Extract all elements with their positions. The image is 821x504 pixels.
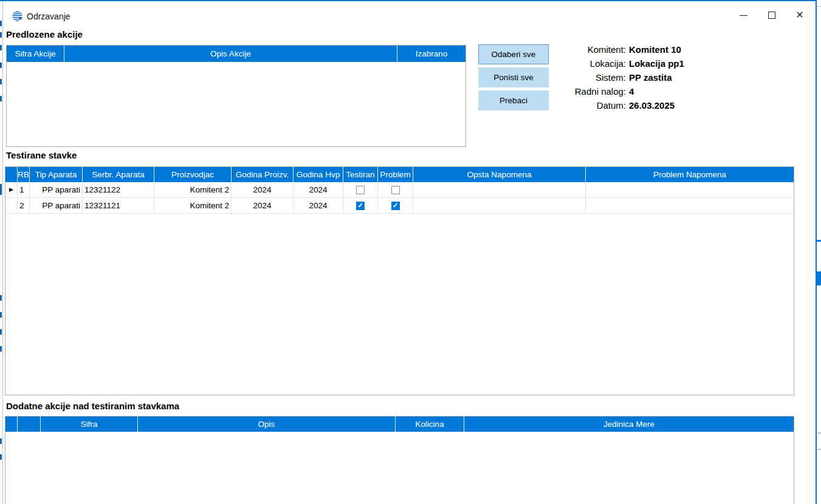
- info-datum: Datum: 26.03.2025: [523, 98, 711, 112]
- column-header-godina-hvp[interactable]: Godina Hvp: [294, 167, 343, 182]
- order-info-panel: Komitent: Komitent 10 Lokacija: Lokacija…: [523, 43, 711, 112]
- close-icon: ✕: [795, 10, 803, 20]
- column-header-godina-proizv[interactable]: Godina Proizv.: [232, 167, 294, 182]
- background-window-fragment: [817, 240, 821, 242]
- predlozene-section-title: Predlozene akcije: [6, 29, 83, 39]
- minimize-icon: [740, 15, 747, 16]
- background-window-fragment: [0, 312, 2, 318]
- cell-tip-aparata[interactable]: PP aparati: [30, 182, 83, 197]
- table-row[interactable]: ▶ 1 PP aparati 12321122 Komitent 2 2024 …: [5, 182, 794, 198]
- column-header-opis[interactable]: Opis: [138, 417, 396, 432]
- column-header-rb[interactable]: RB: [18, 167, 30, 182]
- column-header-opsta-napomena[interactable]: Opsta Napomena: [413, 167, 586, 182]
- odrzavanje-window: Odrzavanje ✕ Predlozene akcije Sifra Akc…: [0, 0, 821, 504]
- background-window-fragment: [0, 184, 2, 195]
- sistem-label: Sistem:: [523, 72, 626, 83]
- table-row[interactable]: 2 PP aparati 12321121 Komitent 2 2024 20…: [5, 198, 794, 214]
- window-border-left: [2, 1, 3, 504]
- info-radni-nalog: Radni nalog: 4: [523, 84, 711, 98]
- background-window-fragment: [0, 63, 2, 68]
- column-header-sifra[interactable]: Sifra: [41, 417, 138, 432]
- column-header-tip-aparata[interactable]: Tip Aparata: [30, 167, 83, 182]
- row-selector-cell[interactable]: ▶: [5, 182, 18, 197]
- predlozene-grid-header: Sifra Akcije Opis Akcije Izabrano: [7, 46, 465, 62]
- column-header-opis-akcije[interactable]: Opis Akcije: [64, 46, 397, 62]
- column-header-problem-napomena[interactable]: Problem Napomena: [586, 167, 794, 182]
- globe-icon: [12, 10, 23, 22]
- problem-checkbox[interactable]: ✓: [391, 202, 400, 210]
- cell-serbr-aparata[interactable]: 12321121: [83, 198, 154, 213]
- column-header-sifra-akcije[interactable]: Sifra Akcije: [7, 46, 64, 62]
- background-window-fragment: [0, 45, 2, 50]
- background-window-fragment: [0, 21, 2, 26]
- background-window-fragment: [0, 32, 2, 38]
- cell-godina-hvp[interactable]: 2024: [294, 182, 343, 197]
- background-window-fragment: [0, 329, 2, 335]
- testirane-grid[interactable]: RB Tip Aparata Serbr. Aparata Proizvodja…: [5, 166, 794, 395]
- cell-opsta-napomena[interactable]: [413, 198, 586, 213]
- background-window-fragment: [817, 449, 821, 450]
- dodatne-grid[interactable]: Sifra Opis Kolicina Jedinica Mere: [5, 416, 794, 504]
- info-komitent: Komitent: Komitent 10: [523, 43, 711, 56]
- maximize-button[interactable]: [761, 6, 782, 24]
- column-header-problem[interactable]: Problem: [378, 167, 413, 182]
- column-header-kolicina[interactable]: Kolicina: [396, 417, 464, 432]
- dodatne-grid-header: Sifra Opis Kolicina Jedinica Mere: [5, 417, 794, 432]
- cell-proizvodjac[interactable]: Komitent 2: [154, 198, 232, 213]
- radni-nalog-label: Radni nalog:: [523, 86, 626, 97]
- row-selector-cell[interactable]: [5, 198, 18, 213]
- datum-label: Datum:: [523, 100, 626, 111]
- testiran-checkbox[interactable]: ✓: [356, 202, 365, 210]
- column-header-blank: [18, 417, 41, 432]
- window-title: Odrzavanje: [27, 12, 70, 21]
- background-window-fragment: [0, 346, 2, 352]
- background-window-fragment: [0, 79, 2, 84]
- row-selector-header: [5, 167, 18, 182]
- titlebar[interactable]: Odrzavanje: [3, 1, 816, 28]
- column-header-serbr-aparata[interactable]: Serbr. Aparata: [83, 167, 154, 182]
- background-window-fragment: [0, 96, 2, 101]
- close-button[interactable]: ✕: [789, 6, 810, 24]
- column-header-testiran[interactable]: Testiran: [343, 167, 378, 182]
- cell-godina-proizv[interactable]: 2024: [232, 198, 294, 213]
- lokacija-label: Lokacija:: [523, 58, 626, 69]
- cell-tip-aparata[interactable]: PP aparati: [30, 198, 83, 213]
- background-window-fragment: [0, 295, 2, 301]
- background-window-fragment: [0, 454, 2, 460]
- maximize-icon: [768, 12, 775, 19]
- cell-opsta-napomena[interactable]: [413, 182, 586, 197]
- column-header-proizvodjac[interactable]: Proizvodjac: [154, 167, 232, 182]
- testiran-checkbox[interactable]: [356, 186, 365, 194]
- cell-godina-hvp[interactable]: 2024: [294, 198, 343, 213]
- cell-godina-proizv[interactable]: 2024: [232, 182, 294, 197]
- info-lokacija: Lokacija: Lokacija pp1: [523, 56, 711, 70]
- komitent-label: Komitent:: [523, 44, 626, 55]
- cell-rb[interactable]: 2: [18, 198, 30, 213]
- testirane-section-title: Testirane stavke: [6, 150, 77, 160]
- cell-rb[interactable]: 1: [18, 182, 30, 197]
- cell-proizvodjac[interactable]: Komitent 2: [154, 182, 232, 197]
- background-window-fragment: [0, 438, 2, 444]
- background-window-fragment: [817, 432, 821, 434]
- cell-testiran: ✓: [343, 198, 378, 213]
- background-window-fragment: [817, 271, 821, 285]
- window-border-right: [816, 0, 817, 504]
- info-sistem: Sistem: PP zastita: [523, 70, 711, 84]
- cell-problem-napomena[interactable]: [586, 198, 794, 213]
- column-header-izabrano[interactable]: Izabrano: [397, 46, 465, 62]
- column-header-jedinica-mere[interactable]: Jedinica Mere: [464, 417, 794, 432]
- cell-problem: ✓: [378, 198, 413, 213]
- current-row-arrow-icon: ▶: [9, 187, 13, 192]
- cell-serbr-aparata[interactable]: 12321122: [83, 182, 154, 197]
- radni-nalog-value: 4: [629, 86, 634, 97]
- testirane-grid-header: RB Tip Aparata Serbr. Aparata Proizvodja…: [5, 167, 794, 182]
- row-selector-header: [5, 417, 18, 432]
- sistem-value: PP zastita: [629, 72, 672, 83]
- cell-problem-napomena[interactable]: [586, 182, 794, 197]
- predlozene-grid[interactable]: Sifra Akcije Opis Akcije Izabrano: [6, 45, 466, 147]
- komitent-value: Komitent 10: [629, 44, 681, 55]
- dodatne-section-title: Dodatne akcije nad testiranim stavkama: [6, 401, 179, 411]
- problem-checkbox[interactable]: [391, 186, 400, 194]
- cell-testiran: [343, 182, 378, 197]
- minimize-button[interactable]: [733, 6, 754, 24]
